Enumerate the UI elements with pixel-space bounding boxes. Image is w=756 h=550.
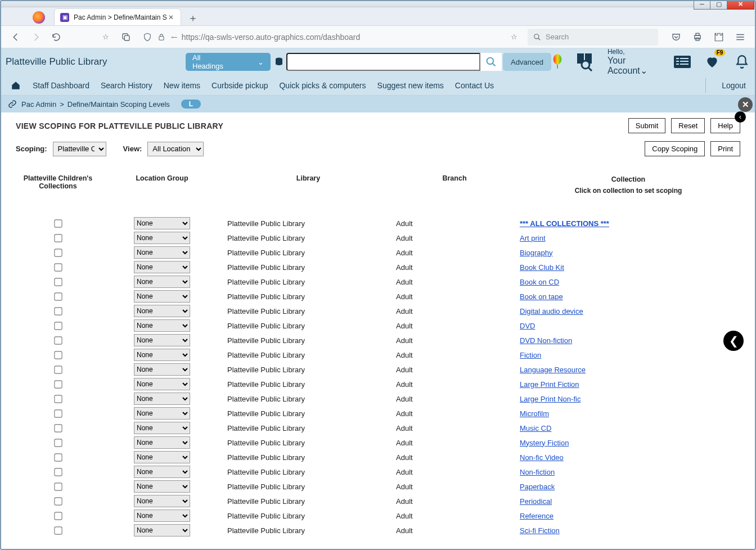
collection-link[interactable]: Large Print Fiction [520, 380, 579, 389]
extensions-icon[interactable] [712, 30, 726, 44]
location-group-select[interactable]: None [134, 407, 190, 420]
location-group-select[interactable]: None [134, 232, 190, 244]
magnify-settings-icon[interactable] [576, 52, 595, 71]
browser-search-input[interactable]: Search [528, 29, 658, 46]
database-icon[interactable] [274, 56, 287, 67]
location-group-select[interactable]: None [134, 466, 190, 478]
new-tab-button[interactable]: ＋ [186, 11, 200, 25]
lock-icon[interactable] [158, 33, 165, 41]
row-checkbox[interactable] [54, 380, 62, 388]
row-checkbox[interactable] [54, 439, 62, 447]
location-group-select[interactable]: None [134, 246, 190, 259]
browser-tab[interactable]: ▣ Pac Admin > Define/Maintain S ✕ [54, 8, 181, 25]
collection-link[interactable]: DVD Non-fiction [520, 336, 572, 345]
location-group-select[interactable]: None [134, 305, 190, 317]
row-checkbox[interactable] [54, 468, 62, 476]
bookmark-page-icon[interactable]: ☆ [511, 33, 518, 41]
crumb-leaf[interactable]: Define/Maintain Scoping Levels [68, 100, 170, 109]
row-checkbox[interactable] [54, 234, 62, 242]
collection-link[interactable]: Book on tape [520, 292, 563, 301]
reset-button[interactable]: Reset [671, 118, 705, 133]
collection-link[interactable]: Language Resource [520, 366, 586, 374]
row-checkbox[interactable] [54, 219, 62, 227]
location-group-select[interactable]: None [134, 451, 190, 463]
collection-link[interactable]: Sci-fi Fiction [520, 526, 560, 535]
side-panel-open-icon[interactable]: ❮ [723, 331, 744, 351]
row-checkbox[interactable] [54, 322, 62, 330]
crumb-root[interactable]: Pac Admin [21, 100, 56, 109]
collection-link[interactable]: Non-fiction [520, 468, 555, 476]
location-group-select[interactable]: None [134, 378, 190, 390]
nav-item[interactable]: Contact Us [455, 81, 494, 90]
url-bar[interactable]: ◦─ https://qa-swls-verso.auto-graphics.c… [140, 29, 521, 46]
location-group-select[interactable]: None [134, 510, 190, 522]
nav-item[interactable]: Suggest new items [377, 81, 444, 90]
window-close-button[interactable]: ✕ [727, 0, 754, 10]
row-checkbox[interactable] [54, 278, 62, 286]
location-group-select[interactable]: None [134, 276, 190, 288]
tab-close-icon[interactable]: ✕ [167, 13, 175, 21]
catalog-search-button[interactable] [480, 53, 502, 71]
list-icon[interactable] [674, 52, 691, 71]
permissions-icon[interactable]: ◦─ [171, 33, 176, 41]
location-group-select[interactable]: None [134, 363, 190, 376]
collection-link[interactable]: Art print [520, 234, 546, 242]
location-group-select[interactable]: None [134, 217, 190, 229]
row-checkbox[interactable] [54, 307, 62, 315]
location-group-select[interactable]: None [134, 393, 190, 405]
pocket-icon[interactable] [669, 30, 683, 44]
location-group-select[interactable]: None [134, 422, 190, 434]
favorites-icon[interactable]: F9 [704, 52, 721, 71]
collection-link[interactable]: Periodical [520, 497, 552, 506]
collection-link[interactable]: Fiction [520, 351, 541, 359]
collapse-chevron-icon[interactable]: ‹ [735, 111, 746, 123]
view-select[interactable]: All Location [147, 142, 204, 156]
row-checkbox[interactable] [54, 292, 62, 300]
balloon-icon[interactable] [551, 54, 564, 70]
containers-icon[interactable] [119, 30, 133, 44]
scoping-select[interactable]: Platteville C [53, 142, 106, 156]
collection-link[interactable]: Reference [520, 512, 554, 520]
row-checkbox[interactable] [54, 409, 62, 417]
catalog-search-input[interactable] [286, 53, 480, 71]
collection-link[interactable]: Biography [520, 249, 553, 257]
row-checkbox[interactable] [54, 336, 62, 344]
location-group-select[interactable]: None [134, 436, 190, 449]
location-group-select[interactable]: None [134, 334, 190, 346]
location-group-select[interactable]: None [134, 290, 190, 303]
copy-scoping-button[interactable]: Copy Scoping [645, 141, 705, 156]
collection-link[interactable]: DVD [520, 322, 535, 330]
row-checkbox[interactable] [54, 526, 62, 534]
collection-link[interactable]: Music CD [520, 424, 551, 432]
collection-link[interactable]: Paperback [520, 483, 555, 491]
collection-link[interactable]: Non-fic Video [520, 453, 564, 462]
window-minimize-button[interactable]: ─ [694, 0, 710, 10]
collection-link[interactable]: Book Club Kit [520, 263, 564, 272]
row-checkbox[interactable] [54, 366, 62, 373]
nav-back-icon[interactable] [9, 30, 22, 44]
nav-reload-icon[interactable] [50, 30, 63, 44]
print-button[interactable]: Print [710, 141, 740, 156]
collection-link[interactable]: Book on CD [520, 278, 559, 286]
collection-link[interactable]: Mystery Fiction [520, 439, 569, 447]
row-checkbox[interactable] [54, 453, 62, 461]
nav-item[interactable]: Staff Dashboard [33, 81, 89, 90]
print-icon[interactable] [691, 30, 704, 44]
submit-button[interactable]: Submit [628, 118, 665, 133]
row-checkbox[interactable] [54, 424, 62, 432]
row-checkbox[interactable] [54, 395, 62, 403]
location-group-select[interactable]: None [134, 480, 190, 493]
collection-link[interactable]: *** ALL COLLECTIONS *** [520, 219, 609, 228]
home-icon[interactable] [10, 80, 21, 91]
row-checkbox[interactable] [54, 263, 62, 271]
location-group-select[interactable]: None [134, 319, 190, 332]
collection-link[interactable]: Microfilm [520, 409, 549, 418]
nav-item[interactable]: Search History [101, 81, 152, 90]
location-group-select[interactable]: None [134, 261, 190, 273]
logout-link[interactable]: Logout [722, 81, 746, 90]
nav-item[interactable]: New items [164, 81, 200, 90]
collection-link[interactable]: Digital audio device [520, 307, 583, 315]
location-group-select[interactable]: None [134, 349, 190, 361]
row-checkbox[interactable] [54, 497, 62, 505]
hamburger-menu-icon[interactable] [734, 30, 747, 44]
